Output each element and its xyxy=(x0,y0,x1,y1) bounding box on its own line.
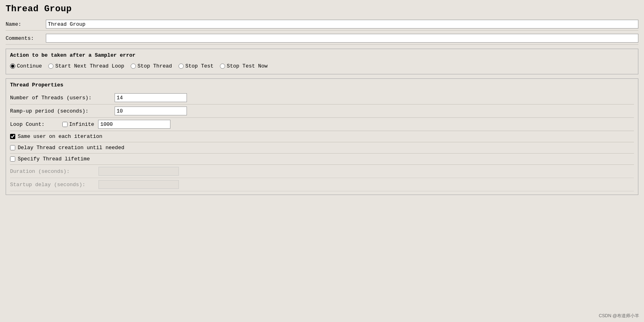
radio-stop-test-now-label: Stop Test Now xyxy=(227,63,267,69)
delay-creation-checkbox[interactable] xyxy=(10,145,15,150)
ramp-up-row: Ramp-up period (seconds): xyxy=(10,105,634,118)
delay-creation-row: Delay Thread creation until needed xyxy=(10,142,634,154)
duration-row: Duration (seconds): xyxy=(10,165,634,178)
radio-stop-test-label: Stop Test xyxy=(185,63,213,69)
radio-stop-thread-input[interactable] xyxy=(131,64,136,69)
thread-properties-section: Thread Properties Number of Threads (use… xyxy=(6,78,638,195)
radio-continue-input[interactable] xyxy=(10,64,15,69)
infinite-label: Infinite xyxy=(69,121,94,127)
main-panel: Thread Group Name: Comments: Action to b… xyxy=(0,0,644,322)
radio-stop-test-input[interactable] xyxy=(178,64,184,69)
comments-row: Comments: xyxy=(6,32,638,45)
radio-stop-test[interactable]: Stop Test xyxy=(178,63,213,69)
startup-delay-label: Startup delay (seconds): xyxy=(10,182,98,188)
comments-label: Comments: xyxy=(6,35,46,41)
radio-stop-thread[interactable]: Stop Thread xyxy=(131,63,172,69)
infinite-check-label[interactable]: Infinite xyxy=(62,121,94,127)
ramp-up-input[interactable] xyxy=(115,107,187,115)
num-threads-row: Number of Threads (users): xyxy=(10,91,634,105)
radio-stop-thread-label: Stop Thread xyxy=(137,63,172,69)
startup-delay-row: Startup delay (seconds): xyxy=(10,178,634,191)
duration-label: Duration (seconds): xyxy=(10,168,98,174)
radio-start-next-label: Start Next Thread Loop xyxy=(55,63,124,69)
num-threads-label: Number of Threads (users): xyxy=(10,95,115,101)
name-input[interactable] xyxy=(46,20,638,29)
page-title: Thread Group xyxy=(6,4,638,14)
loop-count-input[interactable] xyxy=(98,120,170,129)
sampler-error-section: Action to be taken after a Sampler error… xyxy=(6,49,638,74)
radio-start-next[interactable]: Start Next Thread Loop xyxy=(48,63,124,69)
radio-continue-label: Continue xyxy=(17,63,42,69)
ramp-up-label: Ramp-up period (seconds): xyxy=(10,108,115,114)
thread-properties-title: Thread Properties xyxy=(10,82,634,88)
radio-stop-test-now[interactable]: Stop Test Now xyxy=(220,63,267,69)
name-label: Name: xyxy=(6,21,46,27)
same-user-checkbox[interactable] xyxy=(10,134,15,139)
same-user-row: Same user on each iteration xyxy=(10,131,634,142)
watermark: CSDN @布道师小羊 xyxy=(599,313,639,319)
duration-input xyxy=(98,167,179,176)
name-row: Name: xyxy=(6,18,638,31)
specify-lifetime-row: Specify Thread lifetime xyxy=(10,154,634,165)
specify-lifetime-label: Specify Thread lifetime xyxy=(18,156,90,162)
loop-count-row: Loop Count: Infinite xyxy=(10,118,634,131)
infinite-checkbox[interactable] xyxy=(62,122,68,127)
specify-lifetime-checkbox[interactable] xyxy=(10,156,15,162)
radio-stop-test-now-input[interactable] xyxy=(220,64,225,69)
radio-continue[interactable]: Continue xyxy=(10,63,42,69)
startup-delay-input xyxy=(98,180,179,189)
loop-count-label: Loop Count: xyxy=(10,121,62,127)
same-user-label: Same user on each iteration xyxy=(18,133,103,139)
radio-group: Continue Start Next Thread Loop Stop Thr… xyxy=(10,62,634,71)
delay-creation-label: Delay Thread creation until needed xyxy=(18,145,124,151)
sampler-error-title: Action to be taken after a Sampler error xyxy=(10,52,634,58)
radio-start-next-input[interactable] xyxy=(48,64,53,69)
comments-input[interactable] xyxy=(46,34,638,43)
num-threads-input[interactable] xyxy=(115,93,187,102)
